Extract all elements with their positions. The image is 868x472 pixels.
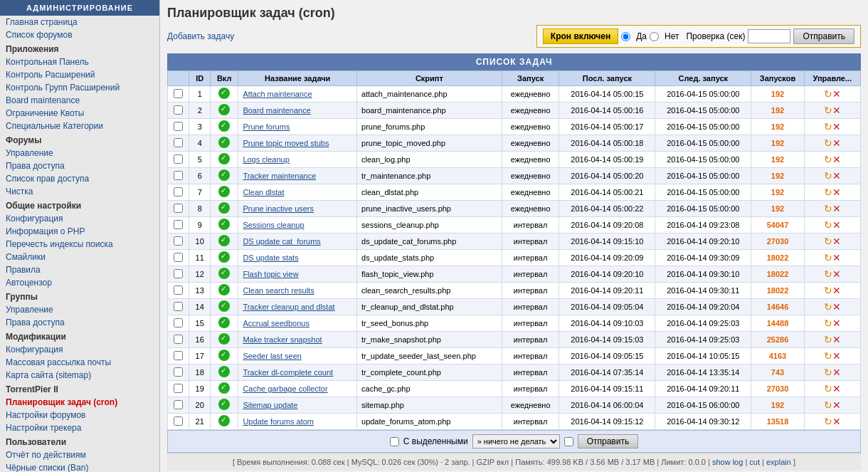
edit-icon[interactable]: ↻	[824, 367, 832, 378]
delete-icon[interactable]: ✕	[832, 416, 841, 427]
sidebar-link-19[interactable]: Правила	[0, 263, 159, 276]
sidebar-link-30[interactable]: Настройки форумов	[0, 409, 159, 421]
row-checkbox-3[interactable]	[174, 122, 183, 131]
sidebar-link-34[interactable]: Чёрные списки (Ban)	[0, 461, 159, 472]
delete-icon[interactable]: ✕	[832, 334, 841, 345]
row-checkbox-10[interactable]	[174, 236, 183, 246]
delete-icon[interactable]: ✕	[832, 137, 841, 149]
select-all-checkbox[interactable]	[390, 437, 399, 446]
sidebar-link-23[interactable]: Права доступа	[0, 316, 159, 329]
add-task-link[interactable]: Добавить задачу	[167, 31, 234, 41]
edit-icon[interactable]: ↻	[824, 154, 832, 165]
edit-icon[interactable]: ↻	[824, 105, 832, 116]
delete-icon[interactable]: ✕	[832, 367, 841, 378]
task-name-link[interactable]: Tracker cleanup and dlstat	[243, 303, 334, 311]
sidebar-link-0[interactable]: Главная страница	[0, 16, 159, 28]
sidebar-link-22[interactable]: Управление	[0, 303, 159, 316]
task-name-link[interactable]: Sessions cleanup	[243, 221, 304, 229]
row-checkbox-12[interactable]	[174, 269, 183, 278]
edit-icon[interactable]: ↻	[824, 416, 832, 427]
edit-icon[interactable]: ↻	[824, 285, 832, 296]
row-checkbox-9[interactable]	[174, 220, 183, 229]
task-name-link[interactable]: Sitemap update	[243, 401, 297, 409]
task-name-link[interactable]: Board maintenance	[243, 106, 310, 115]
sidebar-link-17[interactable]: Перечесть индексы поиска	[0, 238, 159, 251]
row-checkbox-11[interactable]	[174, 253, 183, 262]
sidebar-link-20[interactable]: Автоцензор	[0, 276, 159, 289]
task-name-link[interactable]: Tracker maintenance	[243, 172, 316, 180]
sidebar-link-7[interactable]: Ограничение Квоты	[0, 107, 159, 120]
sidebar-link-26[interactable]: Массовая рассылка почты	[0, 356, 159, 369]
row-checkbox-15[interactable]	[174, 318, 183, 327]
task-name-link[interactable]: Clean search results	[243, 286, 314, 295]
sidebar-link-1[interactable]: Список форумов	[0, 28, 159, 41]
edit-icon[interactable]: ↻	[824, 350, 832, 362]
sidebar-link-29[interactable]: Планировщик задач (cron)	[0, 396, 159, 409]
delete-icon[interactable]: ✕	[832, 399, 841, 411]
delete-icon[interactable]: ✕	[832, 350, 841, 362]
sidebar-link-12[interactable]: Список прав доступа	[0, 172, 159, 185]
row-checkbox-2[interactable]	[174, 105, 183, 115]
row-checkbox-13[interactable]	[174, 285, 183, 295]
row-checkbox-19[interactable]	[174, 384, 183, 393]
task-name-link[interactable]: DS update cat_forums	[243, 237, 320, 246]
delete-icon[interactable]: ✕	[832, 268, 841, 280]
sidebar-link-8[interactable]: Специальные Категории	[0, 120, 159, 132]
sidebar-link-6[interactable]: Board maintenance	[0, 94, 159, 107]
row-checkbox-1[interactable]	[174, 89, 183, 98]
task-name-link[interactable]: Clean dlstat	[243, 188, 284, 196]
bulk-action-select[interactable]: » ничего не делать» удалить» включить» о…	[472, 434, 560, 449]
task-name-link[interactable]: Seeder last seen	[243, 352, 302, 360]
cron-enabled-button[interactable]: Крон включен	[543, 28, 618, 44]
task-name-link[interactable]: Accrual seedbonus	[243, 319, 309, 327]
task-name-link[interactable]: Prune inactive users	[243, 204, 314, 213]
edit-icon[interactable]: ↻	[824, 121, 832, 132]
edit-icon[interactable]: ↻	[824, 268, 832, 280]
row-checkbox-6[interactable]	[174, 171, 183, 180]
edit-icon[interactable]: ↻	[824, 88, 832, 100]
sidebar-link-10[interactable]: Управление	[0, 147, 159, 159]
delete-icon[interactable]: ✕	[832, 236, 841, 247]
sidebar-link-18[interactable]: Смайлики	[0, 251, 159, 263]
sidebar-link-33[interactable]: Отчёт по действиям	[0, 449, 159, 461]
delete-icon[interactable]: ✕	[832, 301, 841, 313]
explain-link[interactable]: explain	[766, 458, 791, 466]
edit-icon[interactable]: ↻	[824, 137, 832, 149]
row-checkbox-14[interactable]	[174, 302, 183, 311]
cron-send-button[interactable]: Отправить	[793, 28, 854, 44]
row-checkbox-17[interactable]	[174, 351, 183, 360]
task-name-link[interactable]: Cache garbage collector	[243, 384, 327, 393]
delete-icon[interactable]: ✕	[832, 121, 841, 132]
sidebar-link-27[interactable]: Карта сайта (sitemap)	[0, 369, 159, 382]
edit-icon[interactable]: ↻	[824, 236, 832, 247]
delete-icon[interactable]: ✕	[832, 252, 841, 263]
sidebar-link-4[interactable]: Контроль Расширений	[0, 68, 159, 81]
row-checkbox-16[interactable]	[174, 335, 183, 344]
row-checkbox-4[interactable]	[174, 138, 183, 147]
edit-icon[interactable]: ↻	[824, 318, 832, 329]
sidebar-link-15[interactable]: Конфигурация	[0, 212, 159, 225]
sidebar-link-16[interactable]: Информация о PHP	[0, 225, 159, 238]
task-name-link[interactable]: Tracker dl-complete count	[243, 368, 333, 377]
delete-icon[interactable]: ✕	[832, 88, 841, 100]
row-checkbox-8[interactable]	[174, 204, 183, 213]
task-name-link[interactable]: Make tracker snapshot	[243, 335, 322, 344]
row-checkbox-20[interactable]	[174, 400, 183, 409]
delete-icon[interactable]: ✕	[832, 318, 841, 329]
edit-icon[interactable]: ↻	[824, 187, 832, 198]
edit-icon[interactable]: ↻	[824, 203, 832, 214]
bottom-submit-button[interactable]: Отправить	[578, 434, 639, 449]
delete-icon[interactable]: ✕	[832, 285, 841, 296]
task-name-link[interactable]: Prune topic moved stubs	[243, 139, 329, 147]
delete-icon[interactable]: ✕	[832, 383, 841, 394]
row-checkbox-18[interactable]	[174, 367, 183, 377]
task-name-link[interactable]: Update forums atom	[243, 417, 314, 426]
delete-icon[interactable]: ✕	[832, 170, 841, 182]
sidebar-link-13[interactable]: Чистка	[0, 185, 159, 198]
edit-icon[interactable]: ↻	[824, 252, 832, 263]
delete-icon[interactable]: ✕	[832, 154, 841, 165]
task-name-link[interactable]: Prune forums	[243, 122, 290, 131]
task-name-link[interactable]: DS update stats	[243, 253, 298, 262]
task-name-link[interactable]: Attach maintenance	[243, 90, 312, 98]
row-checkbox-7[interactable]	[174, 187, 183, 196]
